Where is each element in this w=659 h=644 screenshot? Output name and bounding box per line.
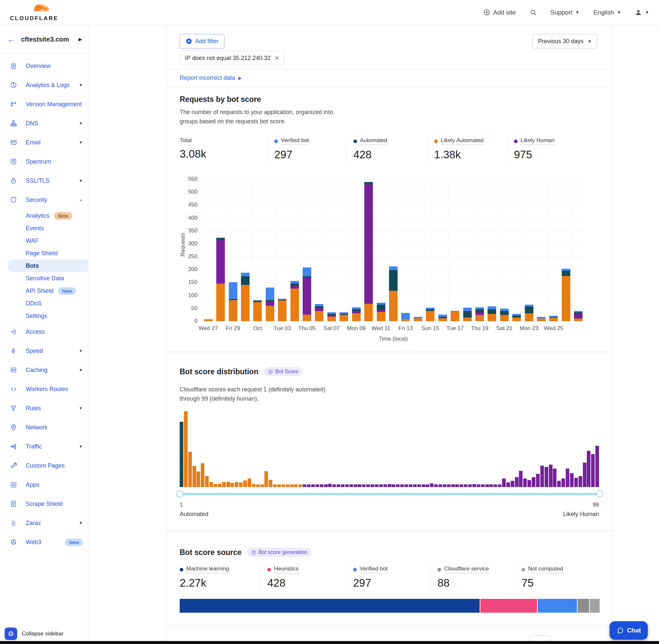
histogram-bar[interactable] (184, 411, 188, 487)
histogram-bar[interactable] (396, 484, 400, 487)
bar-segment-automated[interactable] (303, 276, 311, 278)
histogram-bar[interactable] (545, 467, 548, 487)
bar-segment-verified-bot[interactable] (475, 307, 484, 309)
histogram-bar[interactable] (451, 484, 455, 487)
bar-segment-automated[interactable] (253, 300, 262, 302)
histogram-bar[interactable] (252, 484, 256, 487)
histogram-bar[interactable] (362, 484, 366, 487)
bar-segment-automated[interactable] (512, 316, 521, 318)
bar-segment-likely-human[interactable] (574, 314, 583, 319)
bar-segment-likely-automated[interactable] (241, 285, 250, 321)
histogram-bar[interactable] (477, 484, 480, 487)
histogram-bar[interactable] (566, 468, 569, 487)
histogram-bar[interactable] (286, 484, 289, 487)
histogram-bar[interactable] (472, 484, 476, 487)
bar-segment-verified-bot[interactable] (278, 299, 286, 300)
histogram-bar[interactable] (485, 484, 489, 487)
histogram-bar[interactable] (358, 484, 361, 487)
sidebar-item-events[interactable]: Events (0, 222, 88, 234)
histogram-bar[interactable] (328, 484, 332, 487)
histogram-bar[interactable] (400, 484, 404, 487)
stat-label[interactable]: Likely Human (514, 137, 555, 145)
sidebar-item-sensitive-data[interactable]: Sensitive Data (0, 272, 88, 284)
sidebar-item-ssl-tls[interactable]: SSL/TLS▼ (0, 171, 88, 190)
source-segment-heuristics[interactable] (480, 599, 537, 613)
histogram-bar[interactable] (426, 484, 429, 487)
histogram-bar[interactable] (273, 484, 277, 487)
bar-segment-verified-bot[interactable] (401, 313, 410, 319)
account-menu[interactable]: ▼ (635, 9, 649, 16)
bar-segment-verified-bot[interactable] (525, 305, 534, 307)
bar-segment-verified-bot[interactable] (352, 307, 361, 309)
bar-segment-likely-automated[interactable] (253, 302, 262, 321)
cloudflare-logo[interactable]: CLOUDFLARE (10, 3, 58, 22)
histogram-bar[interactable] (222, 482, 226, 487)
chevron-down-icon[interactable]: ▼ (79, 178, 83, 183)
bar-segment-automated[interactable] (500, 311, 509, 315)
histogram-bar[interactable] (298, 484, 302, 487)
histogram-bar[interactable] (443, 484, 446, 487)
bar-segment-verified-bot[interactable] (303, 268, 311, 276)
histogram-bar[interactable] (345, 484, 349, 487)
stat-label[interactable]: Machine learning (180, 566, 229, 573)
bot-score-badge[interactable]: Bot Score (264, 367, 303, 376)
bar-segment-automated[interactable] (451, 311, 459, 312)
bar-segment-verified-bot[interactable] (327, 312, 336, 314)
histogram-bar[interactable] (371, 484, 374, 487)
histogram-bar[interactable] (591, 454, 595, 487)
sidebar-item-apps[interactable]: Apps (0, 475, 88, 494)
bar-segment-automated[interactable] (229, 299, 237, 300)
stat-label[interactable]: Cloudflare service (438, 566, 489, 573)
bar-segment-likely-automated[interactable] (290, 289, 299, 321)
bar-segment-likely-automated[interactable] (574, 319, 583, 321)
histogram-bar[interactable] (464, 484, 468, 487)
bar-segment-automated[interactable] (364, 182, 373, 184)
bar-segment-likely-human[interactable] (303, 278, 311, 315)
histogram-bar[interactable] (413, 484, 417, 487)
histogram-bar[interactable] (570, 473, 573, 487)
histogram-bar[interactable] (447, 484, 451, 487)
bar-segment-likely-automated[interactable] (204, 319, 213, 321)
bar-segment-verified-bot[interactable] (290, 281, 299, 283)
histogram-bar[interactable] (468, 484, 472, 487)
bar-segment-likely-human[interactable] (216, 240, 225, 283)
bar-segment-automated[interactable] (475, 309, 484, 312)
bar-segment-likely-automated[interactable] (339, 315, 348, 321)
histogram-bar[interactable] (320, 484, 323, 487)
bar-segment-automated[interactable] (389, 270, 398, 291)
stat-label[interactable]: Likely Automated (434, 137, 483, 145)
histogram-bar[interactable] (561, 479, 565, 487)
filter-chip[interactable]: IP does not equal 35.212.240.32 ✕ (180, 51, 284, 65)
histogram-bar[interactable] (180, 422, 183, 487)
bar-segment-verified-bot[interactable] (574, 311, 583, 313)
histogram-bar[interactable] (227, 482, 230, 487)
histogram-bar[interactable] (549, 465, 552, 487)
histogram-bar[interactable] (379, 484, 383, 487)
bar-segment-verified-bot[interactable] (414, 317, 422, 318)
score-slider-handle-max[interactable] (596, 490, 603, 498)
histogram-bar[interactable] (349, 484, 353, 487)
histogram-bar[interactable] (540, 466, 544, 487)
histogram-bar[interactable] (354, 484, 357, 487)
language-menu[interactable]: English ▼ (593, 9, 621, 16)
sidebar-item-waf[interactable]: WAF (0, 234, 88, 247)
histogram-bar[interactable] (489, 484, 493, 487)
chevron-down-icon[interactable]: ▼ (79, 406, 83, 411)
bar-segment-automated[interactable] (574, 312, 583, 314)
gear-icon[interactable]: ⚙ (5, 627, 17, 640)
bar-segment-automated[interactable] (290, 283, 299, 286)
histogram-bar[interactable] (235, 482, 238, 487)
histogram-bar[interactable] (201, 463, 204, 487)
sidebar-item-email[interactable]: Email▼ (0, 133, 88, 152)
bar-segment-automated[interactable] (216, 238, 225, 240)
bar-segment-automated[interactable] (463, 311, 472, 318)
sidebar-item-analytics-logs[interactable]: Analytics & Logs▼ (0, 75, 88, 95)
chevron-down-icon[interactable]: ▼ (79, 121, 83, 125)
bar-segment-automated[interactable] (549, 317, 558, 318)
bar-segment-likely-automated[interactable] (315, 311, 323, 321)
bar-segment-verified-bot[interactable] (439, 315, 447, 317)
bar-segment-verified-bot[interactable] (241, 273, 250, 276)
histogram-bar[interactable] (536, 474, 540, 487)
bar-segment-likely-automated[interactable] (537, 319, 546, 321)
bar-segment-automated[interactable] (488, 309, 496, 314)
